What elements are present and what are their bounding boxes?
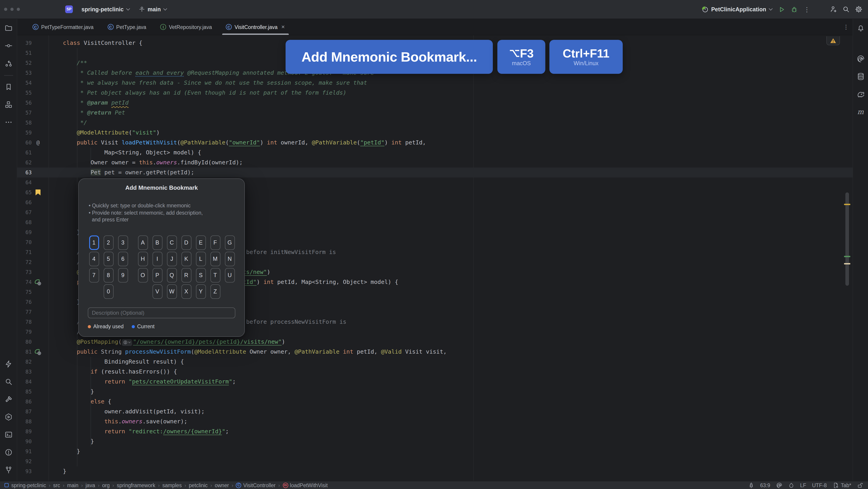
scrollbar-analysis-mark[interactable] bbox=[844, 204, 850, 205]
mnemonic-key-V[interactable]: V bbox=[152, 284, 162, 299]
breadcrumb-loadPetWithVisit[interactable]: mloadPetWithVisit bbox=[283, 483, 328, 488]
mnemonic-key-N[interactable]: N bbox=[225, 252, 235, 266]
pull-requests-tool-button[interactable] bbox=[2, 57, 15, 70]
mnemonic-key-6[interactable]: 6 bbox=[118, 252, 128, 266]
breadcrumb-owner[interactable]: owner bbox=[215, 483, 229, 488]
mnemonic-key-4[interactable]: 4 bbox=[89, 252, 99, 266]
mnemonic-key-8[interactable]: 8 bbox=[103, 268, 113, 282]
close-icon[interactable] bbox=[281, 25, 285, 29]
notifications-button[interactable] bbox=[854, 22, 867, 34]
endpoints-tool-button[interactable] bbox=[2, 358, 15, 370]
structure-tool-button[interactable] bbox=[2, 98, 15, 111]
code-editor[interactable]: 39class VisitController {5152 /**53 * Ca… bbox=[17, 35, 852, 481]
build-tool-button[interactable] bbox=[2, 393, 15, 406]
debug-button[interactable] bbox=[788, 3, 800, 15]
url-inlay-chip[interactable] bbox=[122, 339, 132, 346]
terminal-tool-button[interactable] bbox=[2, 428, 15, 441]
run-button[interactable] bbox=[776, 3, 787, 15]
breadcrumb-VisitController[interactable]: CVisitController bbox=[236, 483, 276, 488]
droplet-icon[interactable] bbox=[788, 482, 794, 488]
mnemonic-key-D[interactable]: D bbox=[181, 236, 191, 250]
project-selector[interactable]: spring-petclinic bbox=[76, 4, 132, 14]
tab-PetTypeFormatter.java[interactable]: CPetTypeFormatter.java bbox=[27, 19, 99, 35]
bookmark-gutter-icon[interactable] bbox=[33, 187, 43, 197]
mnemonic-key-0[interactable]: 0 bbox=[103, 284, 113, 299]
cursor-position[interactable]: 63:9 bbox=[760, 483, 770, 488]
mnemonic-key-F[interactable]: F bbox=[210, 236, 220, 250]
description-input[interactable] bbox=[88, 307, 235, 318]
mnemonic-key-5[interactable]: 5 bbox=[103, 252, 113, 266]
encoding-widget[interactable]: UTF-8 bbox=[812, 483, 827, 488]
settings-button[interactable] bbox=[852, 3, 864, 15]
gradle-button[interactable] bbox=[854, 88, 867, 100]
run-configuration-selector[interactable]: PetClinicApplication bbox=[699, 4, 775, 15]
ai-swirl-icon[interactable] bbox=[776, 482, 782, 488]
breadcrumb-springframework[interactable]: springframework bbox=[117, 483, 155, 488]
unlock-icon[interactable] bbox=[857, 482, 864, 488]
tab-VetRepository.java[interactable]: IVetRepository.java bbox=[155, 19, 217, 35]
inspections-widget[interactable] bbox=[826, 36, 840, 45]
mnemonic-key-R[interactable]: R bbox=[181, 268, 191, 282]
commit-tool-button[interactable] bbox=[2, 39, 15, 52]
mnemonic-key-E[interactable]: E bbox=[196, 236, 206, 250]
pine-tree-icon[interactable] bbox=[748, 482, 754, 488]
breadcrumb-src[interactable]: src bbox=[53, 483, 60, 488]
mnemonic-key-U[interactable]: U bbox=[225, 268, 235, 282]
mnemonic-key-T[interactable]: T bbox=[210, 268, 220, 282]
mnemonic-key-S[interactable]: S bbox=[196, 268, 206, 282]
mnemonic-key-M[interactable]: M bbox=[210, 252, 220, 266]
mnemonic-key-9[interactable]: 9 bbox=[118, 268, 128, 282]
project-tool-button[interactable] bbox=[2, 22, 15, 34]
mnemonic-key-O[interactable]: O bbox=[138, 268, 148, 282]
breadcrumb-org[interactable]: org bbox=[102, 483, 110, 488]
mnemonic-key-1[interactable]: 1 bbox=[89, 236, 99, 250]
mnemonic-key-G[interactable]: G bbox=[225, 236, 235, 250]
mnemonic-key-J[interactable]: J bbox=[167, 252, 177, 266]
scrollbar-analysis-mark[interactable] bbox=[844, 256, 850, 257]
mnemonic-key-I[interactable]: I bbox=[152, 252, 162, 266]
breadcrumb-spring-petclinic[interactable]: spring-petclinic bbox=[4, 483, 46, 488]
maven-button[interactable]: m bbox=[854, 105, 867, 118]
more-tool-windows-button[interactable] bbox=[2, 116, 15, 129]
find-tool-button[interactable] bbox=[2, 375, 15, 388]
mnemonic-key-Z[interactable]: Z bbox=[210, 284, 220, 299]
mnemonic-key-A[interactable]: A bbox=[138, 236, 148, 250]
traffic-light-minimize-button[interactable] bbox=[10, 8, 13, 11]
line-ending-widget[interactable]: LF bbox=[800, 483, 806, 488]
services-tool-button[interactable] bbox=[2, 411, 15, 423]
indent-widget[interactable]: Tab* bbox=[833, 482, 851, 488]
tab-PetType.java[interactable]: CPetType.java bbox=[102, 19, 152, 35]
breadcrumb-java[interactable]: java bbox=[86, 483, 95, 488]
version-control-tool-button[interactable] bbox=[2, 464, 15, 476]
mnemonic-key-C[interactable]: C bbox=[167, 236, 177, 250]
branch-selector[interactable]: main bbox=[136, 4, 169, 14]
traffic-light-close-button[interactable] bbox=[4, 8, 7, 11]
mnemonic-key-H[interactable]: H bbox=[138, 252, 148, 266]
mnemonic-key-B[interactable]: B bbox=[152, 236, 162, 250]
search-everywhere-button[interactable] bbox=[840, 3, 852, 15]
mnemonic-key-L[interactable]: L bbox=[196, 252, 206, 266]
mnemonic-key-7[interactable]: 7 bbox=[89, 268, 99, 282]
code-with-me-button[interactable] bbox=[827, 3, 839, 15]
editor-scrollbar[interactable] bbox=[845, 192, 849, 286]
mnemonic-key-W[interactable]: W bbox=[167, 284, 177, 299]
mnemonic-key-X[interactable]: X bbox=[181, 284, 191, 299]
breadcrumb-petclinic[interactable]: petclinic bbox=[189, 483, 208, 488]
tab-VisitController.java[interactable]: CVisitController.java bbox=[220, 19, 290, 35]
mnemonic-key-2[interactable]: 2 bbox=[103, 236, 113, 250]
tab-options-icon[interactable]: ⋮ bbox=[843, 24, 849, 30]
mnemonic-key-P[interactable]: P bbox=[152, 268, 162, 282]
database-button[interactable] bbox=[854, 70, 867, 83]
bookmarks-tool-button[interactable] bbox=[2, 81, 15, 93]
mnemonic-key-K[interactable]: K bbox=[181, 252, 191, 266]
problems-tool-button[interactable] bbox=[2, 446, 15, 459]
traffic-light-zoom-button[interactable] bbox=[17, 8, 20, 11]
mnemonic-key-3[interactable]: 3 bbox=[118, 236, 128, 250]
scrollbar-analysis-mark[interactable] bbox=[844, 263, 850, 265]
more-actions-button[interactable]: ⋮ bbox=[801, 3, 813, 15]
mnemonic-key-Y[interactable]: Y bbox=[196, 284, 206, 299]
mnemonic-key-Q[interactable]: Q bbox=[167, 268, 177, 282]
breadcrumb-samples[interactable]: samples bbox=[162, 483, 182, 488]
breadcrumb-main[interactable]: main bbox=[67, 483, 79, 488]
ai-assistant-button[interactable] bbox=[854, 53, 867, 65]
